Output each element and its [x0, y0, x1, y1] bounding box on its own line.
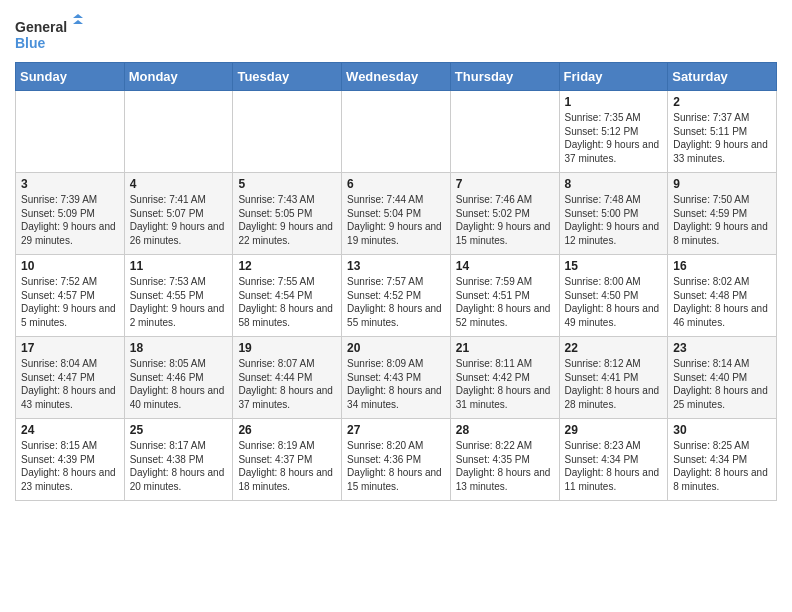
- weekday-header-tuesday: Tuesday: [233, 63, 342, 91]
- day-number: 2: [673, 95, 771, 109]
- weekday-header-row: SundayMondayTuesdayWednesdayThursdayFrid…: [16, 63, 777, 91]
- day-number: 18: [130, 341, 228, 355]
- day-info: Sunrise: 7:46 AM Sunset: 5:02 PM Dayligh…: [456, 193, 554, 247]
- week-row-5: 24Sunrise: 8:15 AM Sunset: 4:39 PM Dayli…: [16, 419, 777, 501]
- day-number: 22: [565, 341, 663, 355]
- day-number: 5: [238, 177, 336, 191]
- day-number: 16: [673, 259, 771, 273]
- day-number: 23: [673, 341, 771, 355]
- day-info: Sunrise: 7:59 AM Sunset: 4:51 PM Dayligh…: [456, 275, 554, 329]
- calendar-cell: [342, 91, 451, 173]
- calendar-cell: 16Sunrise: 8:02 AM Sunset: 4:48 PM Dayli…: [668, 255, 777, 337]
- svg-text:Blue: Blue: [15, 35, 46, 51]
- day-number: 6: [347, 177, 445, 191]
- day-number: 13: [347, 259, 445, 273]
- calendar-cell: 11Sunrise: 7:53 AM Sunset: 4:55 PM Dayli…: [124, 255, 233, 337]
- day-info: Sunrise: 8:09 AM Sunset: 4:43 PM Dayligh…: [347, 357, 445, 411]
- day-info: Sunrise: 8:15 AM Sunset: 4:39 PM Dayligh…: [21, 439, 119, 493]
- day-info: Sunrise: 8:23 AM Sunset: 4:34 PM Dayligh…: [565, 439, 663, 493]
- day-info: Sunrise: 8:19 AM Sunset: 4:37 PM Dayligh…: [238, 439, 336, 493]
- calendar-cell: 26Sunrise: 8:19 AM Sunset: 4:37 PM Dayli…: [233, 419, 342, 501]
- calendar-cell: 5Sunrise: 7:43 AM Sunset: 5:05 PM Daylig…: [233, 173, 342, 255]
- weekday-header-monday: Monday: [124, 63, 233, 91]
- day-info: Sunrise: 8:07 AM Sunset: 4:44 PM Dayligh…: [238, 357, 336, 411]
- header: General Blue: [15, 10, 777, 56]
- calendar-cell: [233, 91, 342, 173]
- day-info: Sunrise: 7:44 AM Sunset: 5:04 PM Dayligh…: [347, 193, 445, 247]
- calendar-cell: 23Sunrise: 8:14 AM Sunset: 4:40 PM Dayli…: [668, 337, 777, 419]
- day-number: 27: [347, 423, 445, 437]
- calendar-body: 1Sunrise: 7:35 AM Sunset: 5:12 PM Daylig…: [16, 91, 777, 501]
- day-number: 15: [565, 259, 663, 273]
- day-info: Sunrise: 8:25 AM Sunset: 4:34 PM Dayligh…: [673, 439, 771, 493]
- day-info: Sunrise: 8:22 AM Sunset: 4:35 PM Dayligh…: [456, 439, 554, 493]
- calendar-cell: 28Sunrise: 8:22 AM Sunset: 4:35 PM Dayli…: [450, 419, 559, 501]
- day-number: 28: [456, 423, 554, 437]
- calendar-cell: 2Sunrise: 7:37 AM Sunset: 5:11 PM Daylig…: [668, 91, 777, 173]
- day-info: Sunrise: 8:05 AM Sunset: 4:46 PM Dayligh…: [130, 357, 228, 411]
- day-number: 4: [130, 177, 228, 191]
- calendar-cell: 30Sunrise: 8:25 AM Sunset: 4:34 PM Dayli…: [668, 419, 777, 501]
- calendar-cell: 17Sunrise: 8:04 AM Sunset: 4:47 PM Dayli…: [16, 337, 125, 419]
- day-info: Sunrise: 7:52 AM Sunset: 4:57 PM Dayligh…: [21, 275, 119, 329]
- day-info: Sunrise: 7:37 AM Sunset: 5:11 PM Dayligh…: [673, 111, 771, 165]
- day-info: Sunrise: 8:14 AM Sunset: 4:40 PM Dayligh…: [673, 357, 771, 411]
- calendar-cell: 22Sunrise: 8:12 AM Sunset: 4:41 PM Dayli…: [559, 337, 668, 419]
- weekday-header-wednesday: Wednesday: [342, 63, 451, 91]
- svg-marker-3: [73, 20, 83, 24]
- day-info: Sunrise: 7:43 AM Sunset: 5:05 PM Dayligh…: [238, 193, 336, 247]
- day-info: Sunrise: 8:17 AM Sunset: 4:38 PM Dayligh…: [130, 439, 228, 493]
- calendar-cell: 21Sunrise: 8:11 AM Sunset: 4:42 PM Dayli…: [450, 337, 559, 419]
- calendar-cell: 14Sunrise: 7:59 AM Sunset: 4:51 PM Dayli…: [450, 255, 559, 337]
- calendar-header: SundayMondayTuesdayWednesdayThursdayFrid…: [16, 63, 777, 91]
- calendar-cell: 1Sunrise: 7:35 AM Sunset: 5:12 PM Daylig…: [559, 91, 668, 173]
- day-number: 8: [565, 177, 663, 191]
- calendar-cell: 6Sunrise: 7:44 AM Sunset: 5:04 PM Daylig…: [342, 173, 451, 255]
- calendar-cell: 15Sunrise: 8:00 AM Sunset: 4:50 PM Dayli…: [559, 255, 668, 337]
- day-info: Sunrise: 8:00 AM Sunset: 4:50 PM Dayligh…: [565, 275, 663, 329]
- weekday-header-friday: Friday: [559, 63, 668, 91]
- day-number: 24: [21, 423, 119, 437]
- day-info: Sunrise: 8:04 AM Sunset: 4:47 PM Dayligh…: [21, 357, 119, 411]
- day-number: 26: [238, 423, 336, 437]
- svg-text:General: General: [15, 19, 67, 35]
- weekday-header-thursday: Thursday: [450, 63, 559, 91]
- calendar-cell: 7Sunrise: 7:46 AM Sunset: 5:02 PM Daylig…: [450, 173, 559, 255]
- day-number: 7: [456, 177, 554, 191]
- calendar-cell: 3Sunrise: 7:39 AM Sunset: 5:09 PM Daylig…: [16, 173, 125, 255]
- day-info: Sunrise: 7:53 AM Sunset: 4:55 PM Dayligh…: [130, 275, 228, 329]
- week-row-4: 17Sunrise: 8:04 AM Sunset: 4:47 PM Dayli…: [16, 337, 777, 419]
- day-number: 9: [673, 177, 771, 191]
- day-info: Sunrise: 8:02 AM Sunset: 4:48 PM Dayligh…: [673, 275, 771, 329]
- calendar-cell: 24Sunrise: 8:15 AM Sunset: 4:39 PM Dayli…: [16, 419, 125, 501]
- weekday-header-saturday: Saturday: [668, 63, 777, 91]
- week-row-3: 10Sunrise: 7:52 AM Sunset: 4:57 PM Dayli…: [16, 255, 777, 337]
- logo-svg: General Blue: [15, 14, 85, 56]
- day-info: Sunrise: 7:35 AM Sunset: 5:12 PM Dayligh…: [565, 111, 663, 165]
- day-number: 30: [673, 423, 771, 437]
- calendar-cell: 4Sunrise: 7:41 AM Sunset: 5:07 PM Daylig…: [124, 173, 233, 255]
- day-info: Sunrise: 8:12 AM Sunset: 4:41 PM Dayligh…: [565, 357, 663, 411]
- day-number: 14: [456, 259, 554, 273]
- day-number: 12: [238, 259, 336, 273]
- day-info: Sunrise: 8:11 AM Sunset: 4:42 PM Dayligh…: [456, 357, 554, 411]
- day-info: Sunrise: 8:20 AM Sunset: 4:36 PM Dayligh…: [347, 439, 445, 493]
- calendar-cell: 13Sunrise: 7:57 AM Sunset: 4:52 PM Dayli…: [342, 255, 451, 337]
- calendar-cell: 27Sunrise: 8:20 AM Sunset: 4:36 PM Dayli…: [342, 419, 451, 501]
- calendar-cell: 19Sunrise: 8:07 AM Sunset: 4:44 PM Dayli…: [233, 337, 342, 419]
- day-number: 29: [565, 423, 663, 437]
- day-number: 19: [238, 341, 336, 355]
- day-number: 11: [130, 259, 228, 273]
- day-info: Sunrise: 7:50 AM Sunset: 4:59 PM Dayligh…: [673, 193, 771, 247]
- day-number: 25: [130, 423, 228, 437]
- day-number: 17: [21, 341, 119, 355]
- day-number: 10: [21, 259, 119, 273]
- day-number: 3: [21, 177, 119, 191]
- calendar-cell: 25Sunrise: 8:17 AM Sunset: 4:38 PM Dayli…: [124, 419, 233, 501]
- day-number: 20: [347, 341, 445, 355]
- day-info: Sunrise: 7:55 AM Sunset: 4:54 PM Dayligh…: [238, 275, 336, 329]
- day-info: Sunrise: 7:39 AM Sunset: 5:09 PM Dayligh…: [21, 193, 119, 247]
- day-info: Sunrise: 7:57 AM Sunset: 4:52 PM Dayligh…: [347, 275, 445, 329]
- day-info: Sunrise: 7:48 AM Sunset: 5:00 PM Dayligh…: [565, 193, 663, 247]
- calendar-cell: 12Sunrise: 7:55 AM Sunset: 4:54 PM Dayli…: [233, 255, 342, 337]
